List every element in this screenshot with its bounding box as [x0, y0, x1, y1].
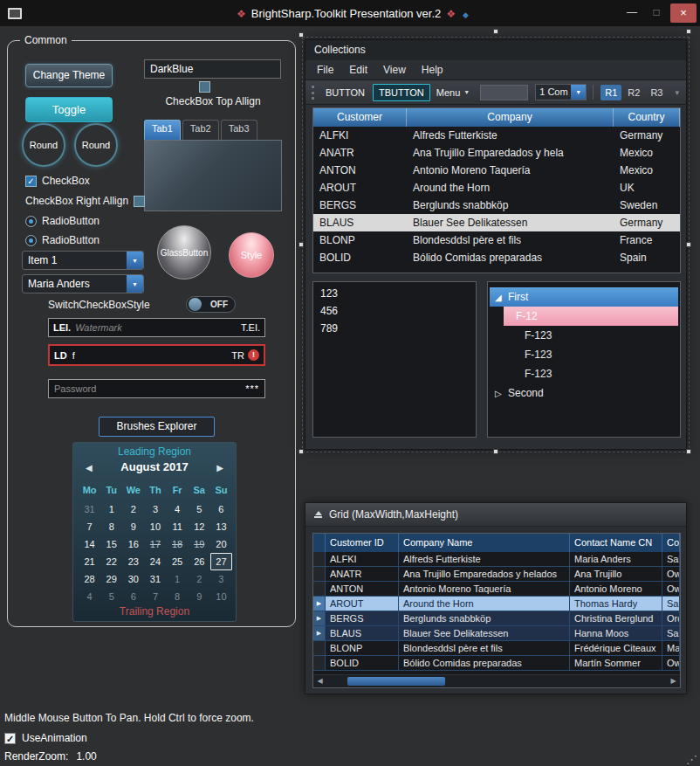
calendar-day[interactable]: 12: [189, 518, 210, 535]
datagrid-cell[interactable]: BERGS: [326, 611, 399, 626]
checkbox-top-align[interactable]: [199, 81, 210, 93]
column-header-country[interactable]: Country: [614, 108, 680, 127]
resize-grip-icon[interactable]: ⋰: [686, 753, 697, 766]
listview-row[interactable]: BERGSBerglunds snabbköpSweden: [313, 197, 680, 214]
selection-handle[interactable]: [493, 29, 498, 34]
chevron-down-icon[interactable]: ▼: [127, 275, 143, 293]
calendar-day[interactable]: 20: [210, 535, 232, 553]
checkbox-right-align[interactable]: [134, 196, 145, 207]
calendar-day[interactable]: 6: [122, 588, 144, 605]
datagrid-row[interactable]: BLONPBlondesddsl père et filsFrédérique …: [313, 641, 680, 656]
style-button[interactable]: Style: [229, 232, 274, 278]
toolbar-radio-r1[interactable]: R1: [600, 85, 621, 100]
error-textbox[interactable]: LD f TR !: [48, 344, 265, 366]
collapse-icon[interactable]: ◢: [495, 293, 508, 302]
round-button-2[interactable]: Round: [74, 123, 118, 167]
calendar-day[interactable]: 3: [210, 570, 232, 588]
menu-file[interactable]: File: [309, 61, 341, 79]
row-selector-arrow-icon[interactable]: ▶: [313, 611, 326, 626]
tab-tab3[interactable]: Tab3: [221, 120, 257, 140]
row-selector[interactable]: [313, 656, 326, 671]
switch-knob[interactable]: [189, 298, 202, 311]
toolbar-menu-button[interactable]: Menu ▼: [433, 85, 473, 100]
toolbar-gripper[interactable]: [312, 86, 314, 100]
calendar-day[interactable]: 3: [144, 500, 166, 518]
tree-item[interactable]: F-123: [488, 364, 680, 383]
calendar-day[interactable]: 26: [189, 553, 210, 570]
calendar-day[interactable]: 21: [79, 553, 100, 570]
datagrid-row[interactable]: ALFKIAlfreds FutterkisteMaria AndersSale…: [313, 552, 680, 567]
datagrid-cell[interactable]: Antonio Moreno: [570, 582, 662, 597]
calendar-day[interactable]: 2: [189, 570, 210, 588]
datagrid-cell[interactable]: Around the Horn: [399, 597, 570, 611]
calendar-day[interactable]: 10: [144, 518, 166, 535]
switch-toggle[interactable]: OFF: [186, 296, 236, 313]
password-field[interactable]: Password ***: [48, 379, 265, 398]
calendar-day[interactable]: 31: [144, 570, 166, 588]
datagrid-row[interactable]: BOLIDBólido Comidas preparadasMartín Som…: [313, 656, 680, 671]
watermark-textbox[interactable]: LEI. Watermark T.EI.: [48, 318, 265, 337]
calendar-day[interactable]: 4: [79, 588, 100, 605]
column-header-contact-name[interactable]: Contact Name CN: [570, 534, 662, 552]
tree-item[interactable]: F-123: [488, 345, 680, 364]
datagrid-cell[interactable]: Owne: [662, 656, 680, 671]
calendar-month-title[interactable]: August 2017: [73, 460, 236, 473]
tab-tab1[interactable]: Tab1: [144, 120, 181, 140]
selection-handle[interactable]: [299, 32, 304, 38]
tree-item[interactable]: F-123: [488, 326, 680, 345]
toolbar-combobox[interactable]: 1 Com ▼: [535, 84, 587, 100]
calendar-day[interactable]: 7: [79, 518, 100, 535]
menu-view[interactable]: View: [375, 61, 414, 79]
toolbar-toggle-button[interactable]: TBUTTON: [373, 84, 430, 101]
use-animation-checkbox[interactable]: ✓: [4, 733, 16, 744]
datagrid-cell[interactable]: Berglunds snabbköp: [399, 611, 570, 626]
datagrid-cell[interactable]: Sales: [662, 597, 680, 611]
scrollbar-thumb[interactable]: [347, 677, 445, 686]
calendar-day[interactable]: 19: [189, 535, 210, 553]
maximize-button[interactable]: □: [644, 0, 669, 26]
datagrid-row[interactable]: ▶BLAUSBlauer See DelikatessenHanna MoosS…: [313, 626, 680, 641]
datagrid-cell[interactable]: AROUT: [326, 597, 399, 611]
datagrid-cell[interactable]: Frédérique Citeaux: [570, 641, 662, 656]
minimize-button[interactable]: —: [620, 0, 644, 26]
listview-row[interactable]: BOLIDBólido Comidas preparadasSpain: [313, 249, 680, 266]
calendar-day[interactable]: 9: [189, 588, 210, 605]
calendar-day[interactable]: 15: [100, 535, 122, 553]
datagrid-cell[interactable]: ALFKI: [326, 552, 399, 567]
menu-help[interactable]: Help: [414, 61, 451, 79]
calendar-day[interactable]: 8: [167, 588, 189, 605]
column-header-customer[interactable]: Customer: [313, 108, 407, 127]
scrollbar-track[interactable]: [326, 675, 667, 687]
row-selector[interactable]: [313, 552, 326, 567]
datagrid-row[interactable]: ▶BERGSBerglunds snabbköpChristina Berglu…: [313, 611, 680, 626]
listview-row[interactable]: BLONPBlondesddsl père et filsFrance: [313, 231, 680, 249]
calendar-day[interactable]: 30: [122, 570, 144, 588]
toolbar-button[interactable]: BUTTON: [320, 85, 370, 100]
selection-handle[interactable]: [299, 449, 304, 454]
column-header-customer-id[interactable]: Customer ID: [326, 534, 399, 552]
calendar-day[interactable]: 5: [189, 500, 210, 518]
grid-panel-header[interactable]: Grid (MaxWidth,MaxHeight): [305, 503, 686, 527]
calendar-day[interactable]: 7: [144, 588, 166, 605]
calendar-day[interactable]: 17: [144, 535, 166, 553]
checkbox[interactable]: ✓: [25, 176, 37, 187]
toolbar-textbox[interactable]: [480, 85, 528, 100]
menu-edit[interactable]: Edit: [341, 61, 375, 79]
brushes-explorer-button[interactable]: Brushes Explorer: [99, 417, 215, 437]
selection-handle[interactable]: [493, 449, 498, 454]
glass-button[interactable]: GlassButton: [157, 225, 211, 279]
listview-row[interactable]: AROUTAround the HornUK: [313, 179, 680, 197]
calendar-day[interactable]: 22: [100, 553, 122, 570]
item-combobox[interactable]: Item 1 ▼: [22, 251, 144, 270]
pin-icon[interactable]: [314, 511, 322, 518]
datagrid-cell[interactable]: Martín Sommer: [570, 656, 662, 671]
datagrid-cell[interactable]: Antonio Moreno Taquería: [399, 582, 570, 597]
calendar-day[interactable]: 29: [100, 570, 122, 588]
calendar-day[interactable]: 6: [210, 500, 232, 518]
listview-row[interactable]: BLAUSBlauer See DelikatessenGermany: [313, 214, 680, 231]
calendar-day[interactable]: 11: [167, 518, 189, 535]
listview-row[interactable]: ANTONAntonio Moreno TaqueríaMexico: [313, 162, 680, 179]
listbox-item[interactable]: 789: [313, 320, 476, 337]
tab-tab2[interactable]: Tab2: [182, 120, 219, 140]
toolbar-radio-r2[interactable]: R2: [623, 85, 644, 100]
